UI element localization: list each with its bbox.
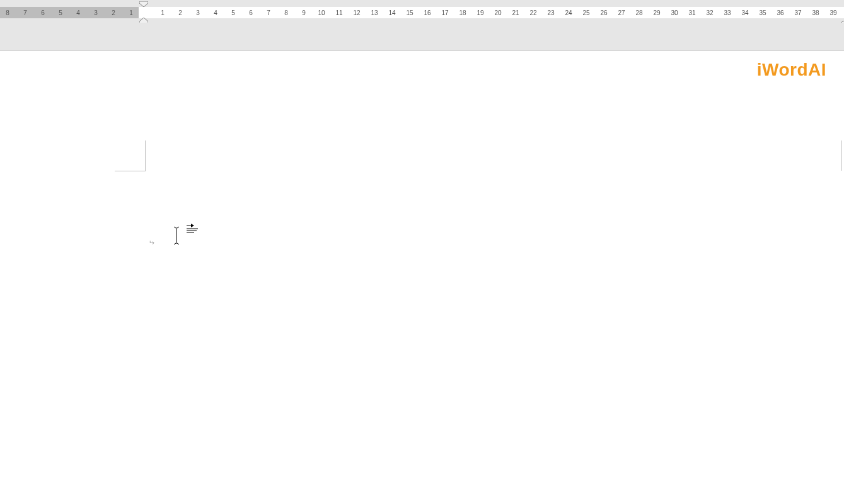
brand-watermark: iWordAI bbox=[757, 60, 826, 80]
svg-line-5 bbox=[174, 227, 176, 228]
header-margin-marker-right bbox=[841, 140, 842, 171]
ribbon-area bbox=[0, 23, 844, 51]
svg-marker-10 bbox=[191, 224, 194, 227]
header-margin-marker bbox=[115, 140, 146, 171]
horizontal-ruler[interactable]: 8765432112345678910111213141516171819202… bbox=[0, 2, 844, 23]
paragraph-mark-icon: ↵ bbox=[149, 239, 154, 247]
svg-line-8 bbox=[177, 243, 179, 244]
text-caret-icon bbox=[173, 226, 180, 246]
ruler-margin-area bbox=[0, 7, 139, 18]
document-canvas[interactable]: iWordAI ↵ bbox=[0, 51, 844, 504]
ruler-body-area bbox=[139, 7, 844, 18]
svg-line-7 bbox=[174, 243, 176, 244]
layout-options-icon[interactable] bbox=[185, 224, 199, 236]
svg-line-6 bbox=[177, 227, 179, 228]
ruler-inner: 8765432112345678910111213141516171819202… bbox=[0, 2, 844, 23]
first-line-indent-marker[interactable] bbox=[139, 1, 148, 7]
svg-marker-0 bbox=[139, 1, 148, 7]
